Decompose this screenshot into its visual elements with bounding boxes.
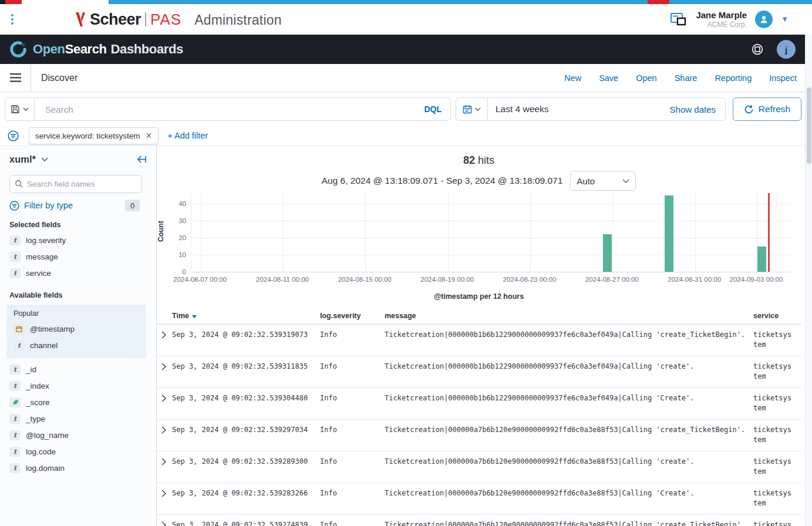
field-_score[interactable]: #_score xyxy=(9,397,142,407)
kebab-menu-icon[interactable] xyxy=(11,14,14,25)
severity-column-header[interactable]: log.severity xyxy=(320,312,385,320)
interval-select[interactable]: Auto xyxy=(570,171,636,191)
query-language-button[interactable]: DQL xyxy=(424,104,442,114)
nav-link-open[interactable]: Open xyxy=(636,73,656,83)
field-name: channel xyxy=(30,341,58,350)
time-column-header[interactable]: Time xyxy=(172,312,320,320)
y-gridline xyxy=(191,204,790,204)
filter-pill[interactable]: service.keyword: ticketsystem ✕ xyxy=(29,127,159,144)
help-icon[interactable] xyxy=(751,43,764,56)
severity-cell: Info xyxy=(320,362,385,372)
field-type-text-badge: t xyxy=(9,365,21,375)
filter-count-badge: 0 xyxy=(125,200,140,211)
current-time-marker xyxy=(768,193,770,272)
collapse-sidebar-icon[interactable] xyxy=(137,155,147,164)
save-icon xyxy=(11,104,20,114)
histogram-bar[interactable] xyxy=(665,195,673,272)
field-_index[interactable]: t_index xyxy=(9,381,142,391)
nav-link-reporting[interactable]: Reporting xyxy=(715,73,752,83)
expand-row-icon[interactable] xyxy=(156,425,172,434)
field-log.code[interactable]: tlog.code xyxy=(9,447,142,457)
show-dates-button[interactable]: Show dates xyxy=(670,104,716,114)
severity-cell: Info xyxy=(320,425,385,435)
histogram-bar[interactable] xyxy=(757,247,766,272)
opensearch-header: Open Search Dashboards j xyxy=(0,35,812,64)
expand-row-icon[interactable] xyxy=(156,330,172,339)
field-channel[interactable]: tchannel xyxy=(14,340,140,350)
field-@timestamp[interactable]: @timestamp xyxy=(14,324,140,334)
log-row: Sep 3, 2024 @ 09:02:32.539283266InfoTick… xyxy=(156,483,801,515)
user-avatar[interactable] xyxy=(755,11,773,28)
field-log.domain[interactable]: tlog.domain xyxy=(9,463,142,473)
message-cell: Ticketcreation|000000b1b6b12290000000099… xyxy=(385,330,753,340)
nav-link-share[interactable]: Share xyxy=(675,73,698,83)
field-type-text-badge: t xyxy=(9,381,21,391)
message-column-header[interactable]: message xyxy=(385,312,753,320)
field-_type[interactable]: t_type xyxy=(9,414,142,424)
nav-link-inspect[interactable]: Inspect xyxy=(769,73,797,83)
selected-fields-list: tlog.severitytmessagetservice xyxy=(9,235,142,278)
expand-row-icon[interactable] xyxy=(156,362,172,370)
message-cell: Ticketcreation|000000a7b6b120e9000000099… xyxy=(385,488,753,498)
filter-type-icon xyxy=(9,201,19,211)
expand-row-icon[interactable] xyxy=(156,488,172,497)
field-type-text-badge: t xyxy=(9,235,21,245)
expand-row-icon[interactable] xyxy=(156,393,172,402)
field-search-input[interactable] xyxy=(27,180,137,188)
field-@log_name[interactable]: t@log_name xyxy=(9,430,142,440)
histogram-bar[interactable] xyxy=(603,234,612,272)
log-row: Sep 3, 2024 @ 09:02:32.539319073InfoTick… xyxy=(156,325,801,356)
table-header: Time log.severity message service xyxy=(156,308,801,325)
expand-row-icon[interactable] xyxy=(156,457,172,466)
refresh-button[interactable]: Refresh xyxy=(733,97,801,121)
field-name: @timestamp xyxy=(30,325,75,333)
hamburger-menu-icon[interactable] xyxy=(10,73,21,82)
nav-link-new[interactable]: New xyxy=(564,73,581,83)
service-cell: ticketsystem xyxy=(753,520,801,526)
sort-desc-icon[interactable] xyxy=(192,315,197,318)
user-menu-caret-icon[interactable]: ▼ xyxy=(781,15,789,23)
time-range-value[interactable]: Last 4 weeks xyxy=(496,104,548,114)
index-pattern-selector[interactable]: xuml* xyxy=(9,154,36,165)
strip-segment xyxy=(22,0,109,4)
expand-row-icon[interactable] xyxy=(156,520,172,526)
time-cell: Sep 3, 2024 @ 09:02:32.539304480 xyxy=(172,393,320,403)
filter-by-type-button[interactable]: Filter by type 0 xyxy=(9,200,142,211)
hits-label: hits xyxy=(478,154,494,166)
x-tick-label: 2024-09-03 00:00 xyxy=(730,276,783,283)
popular-fields-list: @timestamptchannel xyxy=(14,324,140,350)
scrollbar-thumb[interactable] xyxy=(807,87,811,164)
wordmark-dashboards: Dashboards xyxy=(111,42,183,57)
calendar-button[interactable] xyxy=(456,98,488,120)
time-range-display: Aug 6, 2024 @ 13:18:09.071 - Sep 3, 2024… xyxy=(322,176,563,186)
brand-divider xyxy=(145,12,146,26)
top-browser-strip xyxy=(0,0,812,4)
nav-actions: NewSaveOpenShareReportingInspect xyxy=(564,73,797,83)
nav-link-save[interactable]: Save xyxy=(599,73,618,83)
add-filter-button[interactable]: + Add filter xyxy=(167,131,208,140)
app-window-icon[interactable] xyxy=(670,12,688,27)
field-log.severity[interactable]: tlog.severity xyxy=(9,235,142,245)
index-pattern-caret-icon[interactable] xyxy=(41,157,48,161)
field-type-text-badge: t xyxy=(9,463,21,473)
field-type-text-badge: t xyxy=(14,340,25,350)
x-tick-label: 2024-08-11 00:00 xyxy=(256,276,309,283)
message-cell: Ticketcreation|000000b1b6b12290000000099… xyxy=(385,393,753,403)
field-type-text-badge: t xyxy=(9,252,21,262)
remove-filter-icon[interactable]: ✕ xyxy=(146,131,153,140)
saved-queries-button[interactable] xyxy=(5,98,35,120)
page-title: Administration xyxy=(194,12,282,28)
osd-user-avatar[interactable]: j xyxy=(777,40,796,59)
field-message[interactable]: tmessage xyxy=(9,252,142,262)
field-name: _score xyxy=(26,398,50,407)
field-service[interactable]: tservice xyxy=(9,268,142,278)
search-input[interactable] xyxy=(35,104,424,114)
message-cell: Ticketcreation|000000a7b6b120e9000000099… xyxy=(385,425,753,435)
field-_id[interactable]: t_id xyxy=(9,365,142,375)
filter-icon[interactable] xyxy=(8,130,19,141)
scheer-logo-mark xyxy=(75,12,88,27)
time-column-label: Time xyxy=(172,312,189,320)
service-column-header[interactable]: service xyxy=(753,312,801,320)
page-scrollbar xyxy=(805,35,812,526)
y-tick-label: 40 xyxy=(164,200,186,207)
